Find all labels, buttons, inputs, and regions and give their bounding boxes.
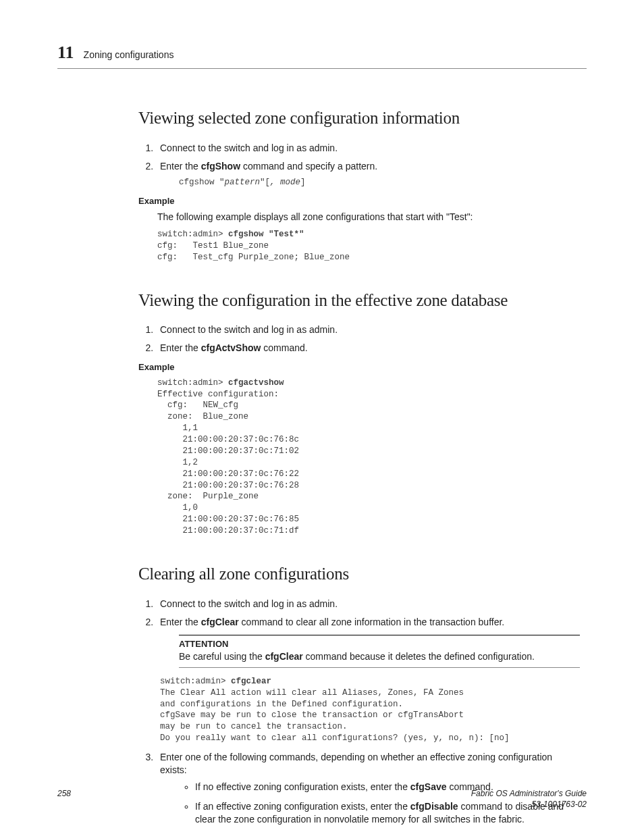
command-name: cfgClear: [201, 617, 239, 627]
section-heading: Viewing selected zone configuration info…: [138, 107, 580, 130]
code-block: cfgshow "pattern"[, mode]: [179, 177, 580, 188]
page-footer: 258 Fabric OS Administrator's Guide 53-1…: [57, 788, 587, 810]
step-item: Connect to the switch and log in as admi…: [156, 142, 580, 155]
section-heading: Clearing all zone configurations: [138, 563, 580, 585]
doc-title: Fabric OS Administrator's Guide: [471, 788, 587, 799]
code-block: switch:admin> cfgclear The Clear All act…: [160, 676, 580, 744]
doc-id: 53-1001763-02: [471, 799, 587, 810]
example-label: Example: [138, 195, 580, 207]
example-text: The following example displays all zone …: [157, 211, 580, 224]
code-block: switch:admin> cfgactvshow Effective conf…: [157, 377, 580, 537]
page-number: 258: [57, 788, 71, 810]
step-item: Connect to the switch and log in as admi…: [156, 323, 580, 336]
section-clearing: Clearing all zone configurations Connect…: [138, 563, 580, 826]
section-viewing-effective: Viewing the configuration in the effecti…: [138, 289, 580, 537]
page-header: 11 Zoning configurations: [57, 41, 587, 69]
step-item: Connect to the switch and log in as admi…: [156, 598, 580, 610]
example-label: Example: [138, 361, 580, 373]
attention-label: ATTENTION: [179, 638, 580, 650]
code-block: switch:admin> cfgshow "Test*" cfg: Test1…: [157, 229, 580, 263]
chapter-number: 11: [57, 41, 74, 64]
attention-text: Be careful using the cfgClear command be…: [179, 650, 580, 663]
command-name: cfgClear: [265, 651, 303, 662]
attention-box: ATTENTION Be careful using the cfgClear …: [179, 635, 580, 667]
step-item: Enter the cfgClear command to clear all …: [156, 616, 580, 745]
step-item: Enter the cfgActvShow command.: [156, 342, 580, 355]
chapter-title: Zoning configurations: [84, 49, 174, 61]
command-name: cfgShow: [201, 161, 240, 172]
command-name: cfgActvShow: [201, 342, 261, 353]
section-viewing-selected: Viewing selected zone configuration info…: [138, 107, 580, 263]
section-heading: Viewing the configuration in the effecti…: [138, 289, 580, 312]
step-item: Enter the cfgShow command and specify a …: [156, 160, 580, 188]
